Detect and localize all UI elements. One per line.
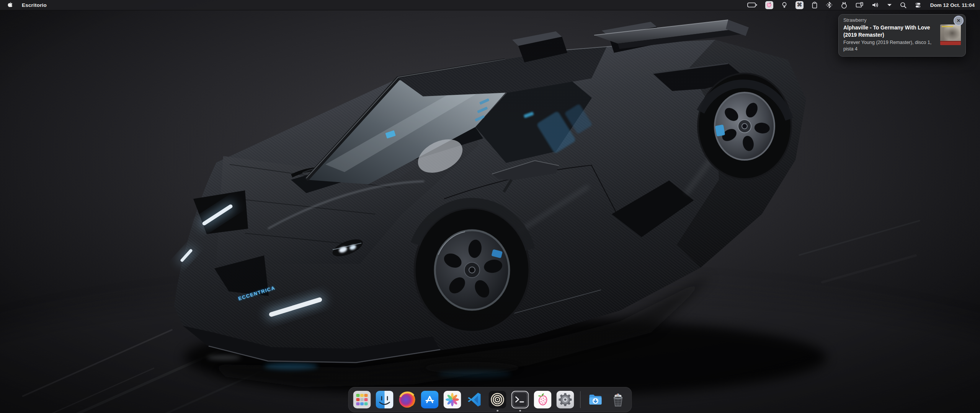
- menu-chevron-item[interactable]: [887, 1, 892, 9]
- search-tray-item[interactable]: [900, 1, 906, 9]
- lightbulb-icon: [781, 2, 787, 8]
- downloads-folder-icon: [587, 391, 604, 408]
- dock: [348, 387, 632, 412]
- control-center-item[interactable]: [915, 1, 921, 9]
- plug-icon: [841, 2, 848, 9]
- menu-bar: Escritorio ⌘: [0, 0, 980, 10]
- volume-icon: [872, 2, 879, 8]
- app-store-icon: [421, 391, 439, 408]
- vinyl-record-icon: [489, 391, 506, 408]
- active-app-title[interactable]: Escritorio: [22, 2, 47, 8]
- display-tray-item[interactable]: [856, 1, 864, 9]
- clipboard-icon: [812, 2, 818, 9]
- battery-icon: [747, 2, 757, 8]
- dock-item-system-settings[interactable]: [557, 391, 574, 408]
- bluetooth-tray-item[interactable]: [826, 1, 833, 9]
- dock-item-trash[interactable]: [609, 391, 627, 408]
- dock-item-strawberry[interactable]: [534, 391, 552, 408]
- desktop: ECCENTRICA ECCENTRICA: [0, 0, 980, 413]
- terminal-icon: [511, 391, 529, 408]
- notification-title: Alphaville - To Germany With Love (2019 …: [843, 24, 937, 39]
- dock-item-photos[interactable]: [444, 391, 461, 408]
- apple-icon: [7, 2, 13, 8]
- shortcuts-tray-item[interactable]: ⌘: [795, 1, 804, 9]
- settings-gear-icon: [557, 391, 574, 408]
- dock-divider: [580, 391, 581, 408]
- notification-app-name: Strawberry: [843, 18, 961, 23]
- apple-menu[interactable]: [7, 2, 13, 8]
- album-art: [940, 24, 961, 45]
- volume-tray-item[interactable]: [872, 1, 879, 9]
- chevron-down-icon: [887, 3, 892, 7]
- dock-item-app-store[interactable]: [421, 391, 439, 408]
- dock-item-launchpad[interactable]: [353, 391, 371, 408]
- lightbulb-tray-item[interactable]: [781, 1, 787, 9]
- dock-item-vscode[interactable]: [466, 391, 484, 408]
- finder-icon: [376, 391, 394, 408]
- control-center-icon: [915, 2, 921, 8]
- strawberry-tray-icon: [766, 2, 772, 8]
- display-icon: [856, 2, 864, 8]
- notification-card[interactable]: Strawberry Alphaville - To Germany With …: [838, 14, 966, 57]
- command-icon: ⌘: [797, 2, 802, 8]
- vscode-icon: [466, 391, 484, 408]
- dock-item-vinyl-player[interactable]: [489, 391, 506, 408]
- strawberry-app-icon: [534, 391, 552, 408]
- close-icon: ✕: [957, 18, 960, 23]
- running-indicator: [519, 410, 521, 412]
- clipboard-tray-item[interactable]: [812, 1, 818, 9]
- trash-full-icon: [609, 391, 627, 408]
- strawberry-tray-item[interactable]: [765, 1, 773, 9]
- battery-indicator[interactable]: [747, 1, 757, 9]
- notification-close-button[interactable]: ✕: [954, 16, 964, 26]
- firefox-icon: [399, 391, 416, 408]
- plug-tray-item[interactable]: [841, 1, 848, 9]
- dock-item-finder[interactable]: [376, 391, 394, 408]
- clock[interactable]: Dom 12 Oct. 11:04: [930, 2, 975, 8]
- search-icon: [900, 2, 906, 8]
- dock-item-downloads[interactable]: [587, 391, 604, 408]
- notification-body: Forever Young (2019 Remaster), disco 1, …: [843, 39, 937, 52]
- photos-icon: [444, 391, 461, 408]
- wallpaper-carbon-supercar: ECCENTRICA ECCENTRICA: [0, 0, 980, 413]
- dock-item-terminal[interactable]: [511, 391, 529, 408]
- running-indicator: [497, 410, 498, 412]
- bluetooth-icon: [826, 2, 833, 8]
- dock-item-firefox[interactable]: [399, 391, 416, 408]
- launchpad-icon: [353, 391, 371, 408]
